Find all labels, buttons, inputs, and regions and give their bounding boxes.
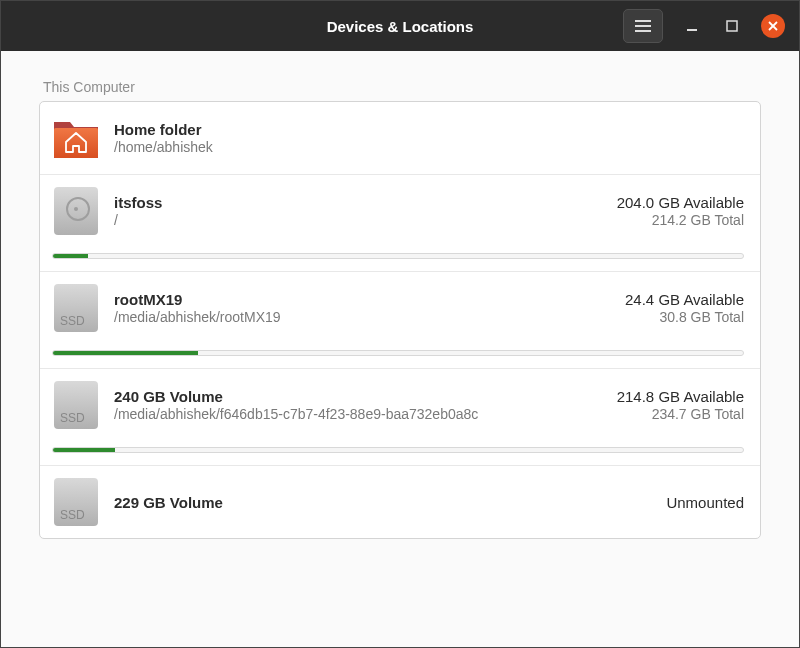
usage-progress [52,253,744,259]
usage-progress-fill [53,254,88,258]
usage-progress [52,350,744,356]
row-path: /media/abhishek/rootMX19 [114,309,611,325]
main-content: This Computer Home folder/home/abhisheki… [1,51,799,647]
row-title: rootMX19 [114,291,611,308]
ssd-icon [54,381,98,429]
row-icon-wrap [52,187,100,235]
row-title: itsfoss [114,194,603,211]
row-main: rootMX19/media/abhishek/rootMX1924.4 GB … [52,284,744,332]
row-path: /media/abhishek/f646db15-c7b7-4f23-88e9-… [114,406,603,422]
ssd-icon [54,478,98,526]
row-total: 234.7 GB Total [617,406,744,422]
close-button[interactable] [761,14,785,38]
svg-rect-2 [635,30,651,32]
device-list: Home folder/home/abhishekitsfoss/204.0 G… [39,101,761,539]
ssd-icon [54,284,98,332]
row-icon-wrap [52,381,100,429]
row-path: /home/abhishek [114,139,744,155]
row-title: Home folder [114,121,744,138]
maximize-icon [726,20,738,32]
row-right: Unmounted [666,494,744,511]
usage-progress [52,447,744,453]
device-row[interactable]: itsfoss/204.0 GB Available214.2 GB Total [40,175,760,272]
titlebar: Devices & Locations [1,1,799,51]
row-right: 204.0 GB Available214.2 GB Total [617,194,744,228]
row-icon-wrap [52,478,100,526]
row-title: 240 GB Volume [114,388,603,405]
row-text: Home folder/home/abhishek [114,121,744,155]
row-icon-wrap [52,284,100,332]
close-icon [768,21,778,31]
row-available: 204.0 GB Available [617,194,744,211]
svg-rect-1 [635,25,651,27]
row-text: 229 GB Volume [114,494,652,511]
row-available: 24.4 GB Available [625,291,744,308]
row-main: 229 GB VolumeUnmounted [52,478,744,526]
usage-progress-fill [53,448,115,452]
home-folder-icon [52,116,100,160]
row-total: 30.8 GB Total [625,309,744,325]
section-label: This Computer [39,79,761,95]
harddisk-icon [54,187,98,235]
row-text: 240 GB Volume/media/abhishek/f646db15-c7… [114,388,603,422]
window-title: Devices & Locations [327,18,474,35]
row-icon-wrap [52,114,100,162]
app-window: Devices & Locations [0,0,800,648]
hamburger-icon [635,20,651,32]
row-main: itsfoss/204.0 GB Available214.2 GB Total [52,187,744,235]
row-main: Home folder/home/abhishek [52,114,744,162]
device-row[interactable]: 240 GB Volume/media/abhishek/f646db15-c7… [40,369,760,466]
titlebar-controls [623,9,785,43]
device-row[interactable]: 229 GB VolumeUnmounted [40,466,760,538]
row-right: 24.4 GB Available30.8 GB Total [625,291,744,325]
row-right: 214.8 GB Available234.7 GB Total [617,388,744,422]
device-row[interactable]: rootMX19/media/abhishek/rootMX1924.4 GB … [40,272,760,369]
row-text: itsfoss/ [114,194,603,228]
maximize-button[interactable] [721,15,743,37]
svg-rect-3 [687,29,697,31]
svg-rect-0 [635,20,651,22]
row-path: / [114,212,603,228]
row-main: 240 GB Volume/media/abhishek/f646db15-c7… [52,381,744,429]
row-status: Unmounted [666,494,744,511]
row-available: 214.8 GB Available [617,388,744,405]
minimize-button[interactable] [681,15,703,37]
device-row[interactable]: Home folder/home/abhishek [40,102,760,175]
menu-button[interactable] [623,9,663,43]
svg-rect-4 [727,21,737,31]
row-title: 229 GB Volume [114,494,652,511]
usage-progress-fill [53,351,198,355]
minimize-icon [686,20,698,32]
row-total: 214.2 GB Total [617,212,744,228]
row-text: rootMX19/media/abhishek/rootMX19 [114,291,611,325]
